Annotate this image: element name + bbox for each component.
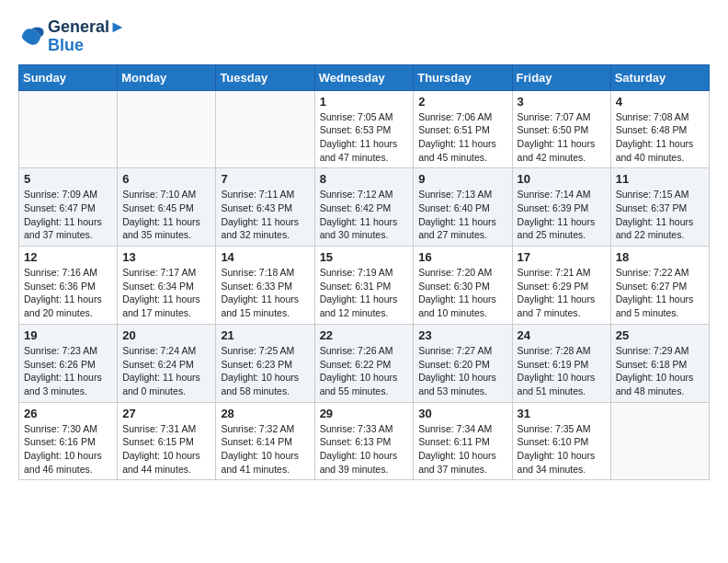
day-info: Sunrise: 7:30 AM Sunset: 6:16 PM Dayligh… xyxy=(24,422,112,477)
calendar-cell xyxy=(118,90,216,168)
day-info: Sunrise: 7:26 AM Sunset: 6:22 PM Dayligh… xyxy=(320,344,409,398)
day-number: 15 xyxy=(320,250,409,264)
calendar-week-row: 12Sunrise: 7:16 AM Sunset: 6:36 PM Dayli… xyxy=(19,247,710,325)
day-number: 1 xyxy=(320,95,409,109)
calendar-cell: 15Sunrise: 7:19 AM Sunset: 6:31 PM Dayli… xyxy=(314,247,414,325)
day-number: 8 xyxy=(320,172,409,186)
day-info: Sunrise: 7:22 AM Sunset: 6:27 PM Dayligh… xyxy=(616,266,704,320)
weekday-header: Monday xyxy=(118,64,216,90)
calendar-week-row: 19Sunrise: 7:23 AM Sunset: 6:26 PM Dayli… xyxy=(19,324,710,402)
day-number: 30 xyxy=(418,407,506,420)
calendar-cell: 22Sunrise: 7:26 AM Sunset: 6:22 PM Dayli… xyxy=(314,324,414,402)
day-info: Sunrise: 7:24 AM Sunset: 6:24 PM Dayligh… xyxy=(122,344,210,398)
day-info: Sunrise: 7:19 AM Sunset: 6:31 PM Dayligh… xyxy=(320,266,409,320)
day-number: 2 xyxy=(418,95,506,109)
calendar-cell: 16Sunrise: 7:20 AM Sunset: 6:30 PM Dayli… xyxy=(414,247,512,325)
logo-text: General► Blue xyxy=(48,18,126,55)
day-info: Sunrise: 7:07 AM Sunset: 6:50 PM Dayligh… xyxy=(518,110,606,165)
calendar-cell xyxy=(19,90,118,168)
calendar-cell: 8Sunrise: 7:12 AM Sunset: 6:42 PM Daylig… xyxy=(314,168,414,247)
page-header: General► Blue xyxy=(18,18,710,55)
calendar-cell: 2Sunrise: 7:06 AM Sunset: 6:51 PM Daylig… xyxy=(414,90,512,168)
day-info: Sunrise: 7:14 AM Sunset: 6:39 PM Dayligh… xyxy=(518,188,606,242)
day-info: Sunrise: 7:33 AM Sunset: 6:13 PM Dayligh… xyxy=(320,422,409,477)
calendar-week-row: 5Sunrise: 7:09 AM Sunset: 6:47 PM Daylig… xyxy=(19,168,710,247)
day-number: 13 xyxy=(122,250,210,264)
calendar-cell: 31Sunrise: 7:35 AM Sunset: 6:10 PM Dayli… xyxy=(512,402,610,480)
logo-icon xyxy=(18,24,44,50)
day-number: 31 xyxy=(518,407,606,420)
day-number: 29 xyxy=(320,407,409,420)
day-info: Sunrise: 7:09 AM Sunset: 6:47 PM Dayligh… xyxy=(24,188,112,242)
calendar-cell: 1Sunrise: 7:05 AM Sunset: 6:53 PM Daylig… xyxy=(314,90,414,168)
day-number: 11 xyxy=(616,172,704,186)
day-number: 27 xyxy=(122,407,210,420)
calendar-cell: 13Sunrise: 7:17 AM Sunset: 6:34 PM Dayli… xyxy=(118,247,216,325)
day-info: Sunrise: 7:21 AM Sunset: 6:29 PM Dayligh… xyxy=(518,266,606,320)
calendar-cell: 23Sunrise: 7:27 AM Sunset: 6:20 PM Dayli… xyxy=(414,324,512,402)
day-info: Sunrise: 7:27 AM Sunset: 6:20 PM Dayligh… xyxy=(418,344,506,398)
weekday-header: Tuesday xyxy=(216,64,314,90)
day-info: Sunrise: 7:34 AM Sunset: 6:11 PM Dayligh… xyxy=(418,422,506,477)
calendar-cell: 7Sunrise: 7:11 AM Sunset: 6:43 PM Daylig… xyxy=(216,168,314,247)
day-info: Sunrise: 7:10 AM Sunset: 6:45 PM Dayligh… xyxy=(122,188,210,242)
logo: General► Blue xyxy=(18,18,126,55)
calendar-week-row: 26Sunrise: 7:30 AM Sunset: 6:16 PM Dayli… xyxy=(19,402,710,480)
calendar-cell: 21Sunrise: 7:25 AM Sunset: 6:23 PM Dayli… xyxy=(216,324,314,402)
day-info: Sunrise: 7:23 AM Sunset: 6:26 PM Dayligh… xyxy=(24,344,112,398)
day-number: 16 xyxy=(418,250,506,264)
day-info: Sunrise: 7:20 AM Sunset: 6:30 PM Dayligh… xyxy=(418,266,506,320)
calendar-cell: 6Sunrise: 7:10 AM Sunset: 6:45 PM Daylig… xyxy=(118,168,216,247)
day-info: Sunrise: 7:18 AM Sunset: 6:33 PM Dayligh… xyxy=(221,266,309,320)
day-info: Sunrise: 7:13 AM Sunset: 6:40 PM Dayligh… xyxy=(418,188,506,242)
day-number: 3 xyxy=(518,95,606,109)
day-number: 9 xyxy=(418,172,506,186)
day-number: 21 xyxy=(221,328,309,342)
weekday-header: Sunday xyxy=(19,64,118,90)
day-number: 6 xyxy=(122,172,210,186)
calendar-cell: 20Sunrise: 7:24 AM Sunset: 6:24 PM Dayli… xyxy=(118,324,216,402)
day-info: Sunrise: 7:06 AM Sunset: 6:51 PM Dayligh… xyxy=(418,110,506,165)
calendar-cell: 30Sunrise: 7:34 AM Sunset: 6:11 PM Dayli… xyxy=(414,402,512,480)
weekday-header: Friday xyxy=(512,64,610,90)
day-info: Sunrise: 7:35 AM Sunset: 6:10 PM Dayligh… xyxy=(518,422,606,477)
day-number: 24 xyxy=(518,328,606,342)
day-number: 7 xyxy=(221,172,309,186)
day-number: 28 xyxy=(221,407,309,420)
calendar-cell: 12Sunrise: 7:16 AM Sunset: 6:36 PM Dayli… xyxy=(19,247,118,325)
weekday-header-row: SundayMondayTuesdayWednesdayThursdayFrid… xyxy=(19,64,710,90)
day-number: 12 xyxy=(24,250,112,264)
day-number: 14 xyxy=(221,250,309,264)
day-number: 5 xyxy=(24,172,112,186)
weekday-header: Saturday xyxy=(610,64,709,90)
calendar-cell: 3Sunrise: 7:07 AM Sunset: 6:50 PM Daylig… xyxy=(512,90,610,168)
day-info: Sunrise: 7:12 AM Sunset: 6:42 PM Dayligh… xyxy=(320,188,409,242)
day-info: Sunrise: 7:16 AM Sunset: 6:36 PM Dayligh… xyxy=(24,266,112,320)
day-number: 23 xyxy=(418,328,506,342)
calendar-cell: 17Sunrise: 7:21 AM Sunset: 6:29 PM Dayli… xyxy=(512,247,610,325)
day-info: Sunrise: 7:28 AM Sunset: 6:19 PM Dayligh… xyxy=(518,344,606,398)
day-number: 18 xyxy=(616,250,704,264)
day-info: Sunrise: 7:32 AM Sunset: 6:14 PM Dayligh… xyxy=(221,422,309,477)
calendar-cell: 10Sunrise: 7:14 AM Sunset: 6:39 PM Dayli… xyxy=(512,168,610,247)
day-info: Sunrise: 7:31 AM Sunset: 6:15 PM Dayligh… xyxy=(122,422,210,477)
calendar-table: SundayMondayTuesdayWednesdayThursdayFrid… xyxy=(18,64,710,481)
calendar-cell: 25Sunrise: 7:29 AM Sunset: 6:18 PM Dayli… xyxy=(610,324,709,402)
day-number: 19 xyxy=(24,328,112,342)
calendar-cell: 24Sunrise: 7:28 AM Sunset: 6:19 PM Dayli… xyxy=(512,324,610,402)
calendar-cell: 4Sunrise: 7:08 AM Sunset: 6:48 PM Daylig… xyxy=(610,90,709,168)
day-number: 26 xyxy=(24,407,112,420)
calendar-cell: 28Sunrise: 7:32 AM Sunset: 6:14 PM Dayli… xyxy=(216,402,314,480)
day-info: Sunrise: 7:15 AM Sunset: 6:37 PM Dayligh… xyxy=(616,188,704,242)
day-number: 17 xyxy=(518,250,606,264)
day-number: 10 xyxy=(518,172,606,186)
day-info: Sunrise: 7:17 AM Sunset: 6:34 PM Dayligh… xyxy=(122,266,210,320)
day-info: Sunrise: 7:29 AM Sunset: 6:18 PM Dayligh… xyxy=(616,344,704,398)
calendar-cell: 26Sunrise: 7:30 AM Sunset: 6:16 PM Dayli… xyxy=(19,402,118,480)
day-info: Sunrise: 7:05 AM Sunset: 6:53 PM Dayligh… xyxy=(320,110,409,165)
calendar-cell xyxy=(216,90,314,168)
calendar-cell xyxy=(610,402,709,480)
day-info: Sunrise: 7:25 AM Sunset: 6:23 PM Dayligh… xyxy=(221,344,309,398)
calendar-cell: 5Sunrise: 7:09 AM Sunset: 6:47 PM Daylig… xyxy=(19,168,118,247)
calendar-cell: 14Sunrise: 7:18 AM Sunset: 6:33 PM Dayli… xyxy=(216,247,314,325)
